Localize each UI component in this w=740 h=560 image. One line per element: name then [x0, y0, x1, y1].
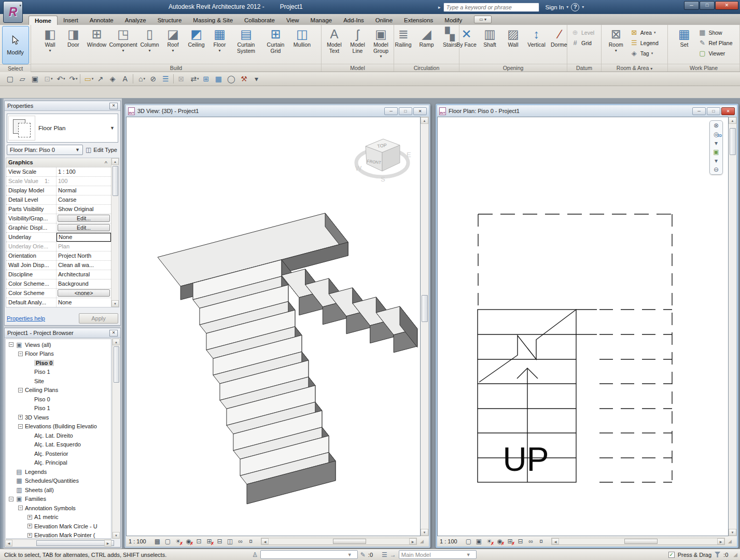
property-row-color-scheme[interactable]: Color Scheme... Background: [6, 279, 111, 289]
scrollbar-thumb[interactable]: [422, 295, 428, 322]
navbar-button-wheel-menu[interactable]: ▾: [710, 139, 722, 147]
filter-icon[interactable]: [715, 552, 720, 557]
ribbon-button-component[interactable]: ◳ Component ▾: [109, 26, 138, 53]
property-row-visibility-grap[interactable]: Visibility/Grap... Edit...: [6, 214, 111, 223]
scroll-left-icon[interactable]: ◀: [5, 540, 12, 547]
ribbon-tab-view[interactable]: View: [281, 16, 305, 25]
property-row-discipline[interactable]: Discipline Architectural: [6, 270, 111, 279]
ribbon-tab-massing-site[interactable]: Massing & Site: [187, 16, 239, 25]
scroll-down-icon[interactable]: ▼: [421, 529, 428, 536]
ribbon-button-roof[interactable]: ◪ Roof ▾: [162, 26, 185, 53]
qat-button-aligned-dimension[interactable]: ↗ ▾: [95, 73, 107, 85]
qat-button-redo[interactable]: ↷ ▾: [67, 73, 79, 85]
qat-button-text[interactable]: A ▾: [120, 73, 132, 85]
ribbon-button-model-text[interactable]: A Model Text ▾: [323, 26, 346, 59]
scroll-up-icon[interactable]: ▲: [729, 117, 736, 124]
horizontal-scrollbar[interactable]: ◀ ▶: [261, 538, 417, 545]
qat-button-switch-windows[interactable]: ⇄ ▾: [189, 73, 201, 85]
qat-button-sep1[interactable]: ▾: [80, 74, 82, 83]
ribbon-button-tag[interactable]: ◈ Tag ▾: [628, 49, 665, 58]
view-control-icon-shadows[interactable]: ▢✗: [164, 538, 172, 545]
minimize-button[interactable]: ─: [692, 107, 706, 115]
ribbon-tab-collaborate[interactable]: Collaborate: [239, 16, 281, 25]
ribbon-button-level[interactable]: ⊕ Level: [569, 28, 596, 37]
view-window-title-bar[interactable]: RVT Floor Plan: Piso 0 - Project1 ─ □ ✕: [437, 105, 737, 117]
ribbon-tab-home[interactable]: Home: [29, 16, 58, 25]
ribbon-button-window[interactable]: ⊞ Window ▾: [86, 26, 108, 53]
qat-button-sep3[interactable]: ▾: [173, 74, 176, 83]
ribbon-tab-structure[interactable]: Structure: [152, 16, 188, 25]
resize-grip[interactable]: ◢: [420, 539, 426, 544]
qat-button-open[interactable]: ▱ ▾: [18, 73, 30, 85]
property-row-graphics[interactable]: Graphics: [6, 158, 111, 167]
tree-expander-icon[interactable]: −: [9, 497, 13, 501]
vertical-scrollbar[interactable]: ▲ ▼: [729, 117, 737, 536]
ribbon-button-mullion[interactable]: ◫ Mullion ▾: [291, 26, 314, 53]
view-window-title-bar[interactable]: RVT 3D View: {3D} - Project1 ─ □ ✕: [126, 105, 429, 117]
qat-button-measure[interactable]: ▭ ▾: [83, 73, 95, 85]
scrollbar-thumb[interactable]: [730, 128, 736, 155]
ribbon-button-column[interactable]: ▯ Column ▾: [138, 26, 161, 53]
ribbon-button-vertical[interactable]: ↕ Vertical ▾: [525, 26, 548, 53]
scrollbar-thumb[interactable]: [113, 166, 118, 196]
tree-expander-icon[interactable]: −: [9, 342, 13, 347]
ribbon-tab-extensions[interactable]: Extensions: [398, 16, 439, 25]
restore-button[interactable]: □: [399, 107, 412, 115]
properties-title-bar[interactable]: Properties ✕: [5, 101, 120, 111]
browser-vertical-scrollbar[interactable]: ▲ ▼: [112, 339, 120, 539]
ribbon-button-model-group[interactable]: ▣ Model Group ▾: [370, 26, 393, 59]
tree-item-legends[interactable]: ▤ Legends: [6, 467, 111, 477]
ribbon-button-set[interactable]: ▦ Set: [673, 26, 695, 48]
ribbon-button-ramp[interactable]: ◢ Ramp ▾: [415, 26, 438, 53]
scroll-up-icon[interactable]: ▲: [421, 117, 428, 124]
qat-button-customize-qat[interactable]: ▾ ▾: [252, 73, 263, 85]
tree-item-elevations-building-elevatio[interactable]: − Elevations (Building Elevatio: [6, 422, 111, 431]
design-options-icon[interactable]: ☰: [382, 551, 387, 558]
restore-button[interactable]: □: [707, 107, 720, 115]
view-control-icon-view-lock[interactable]: ◫✗: [226, 538, 234, 545]
scroll-up-icon[interactable]: ▲: [111, 158, 119, 165]
type-selector[interactable]: Floor Plan ▼: [7, 114, 118, 143]
tree-expander-icon[interactable]: +: [18, 415, 23, 419]
help-icon[interactable]: ?: [571, 3, 579, 11]
editable-only-icon[interactable]: ✎: [360, 551, 366, 558]
view-control-icon-temporary-isolate[interactable]: ¤✗: [537, 538, 545, 545]
qat-button-measure-tools[interactable]: ⚒ ▾: [239, 73, 251, 85]
scroll-right-icon[interactable]: ▶: [717, 538, 724, 544]
tree-item-schedules-quantities[interactable]: ▦ Schedules/Quantities: [6, 477, 111, 486]
properties-scrollbar[interactable]: ▲ ▼: [111, 158, 119, 307]
tree-item-3d-views[interactable]: + 3D Views: [6, 413, 111, 422]
vertical-scrollbar[interactable]: ▲ ▼: [421, 117, 429, 536]
scroll-down-icon[interactable]: ▼: [729, 529, 736, 536]
property-row-view-scale[interactable]: View Scale 1 : 100: [6, 167, 111, 177]
project-browser-title-bar[interactable]: Project1 - Project Browser ✕: [5, 328, 120, 338]
ribbon-button-floor[interactable]: ▦ Floor ▾: [208, 26, 231, 53]
browser-horizontal-scrollbar[interactable]: ◀ ▶: [5, 539, 111, 547]
ribbon-button-room[interactable]: ⊠ Room ▾: [605, 26, 627, 53]
navbar-button-steering-wheel-2d[interactable]: ◎2D: [710, 131, 722, 138]
horizontal-scrollbar[interactable]: ◀ ▶: [551, 538, 725, 545]
view-cube[interactable]: WSETOPFRONT: [354, 133, 412, 184]
qat-button-render[interactable]: ▦ ▾: [214, 73, 226, 85]
ribbon-button-area[interactable]: ⊠ Area ▾: [628, 28, 665, 37]
application-menu-button[interactable]: R ▾: [3, 1, 23, 23]
property-row-orientation[interactable]: Orientation Project North: [6, 251, 111, 261]
qat-button-undo[interactable]: ↶ ▾: [55, 73, 67, 85]
property-row-detail-level[interactable]: Detail Level Coarse: [6, 195, 111, 205]
edit-type-button[interactable]: ◫ Edit Type: [86, 146, 118, 153]
view-control-icon-graphics-style[interactable]: ▢✗: [465, 538, 472, 545]
properties-help-link[interactable]: Properties help: [7, 315, 45, 321]
property-row-color-scheme[interactable]: Color Scheme <none>: [6, 289, 111, 298]
property-row-default-analy[interactable]: Default Analy... None: [6, 298, 111, 307]
maximize-button[interactable]: □: [700, 1, 715, 10]
canvas-3d-view[interactable]: WSETOPFRONT: [126, 117, 421, 536]
tree-expander-icon[interactable]: −: [18, 506, 23, 510]
ribbon-button-wall[interactable]: ▨ Wall ▾: [502, 26, 525, 53]
tree-item-elevation-mark-circle-u[interactable]: + Elevation Mark Circle - U: [6, 522, 111, 531]
qat-button-save[interactable]: ▣ ▾: [30, 73, 42, 85]
view-control-icon-graphics-style[interactable]: ▩✗: [153, 538, 161, 545]
view-control-icon-rendering[interactable]: ◉✗: [496, 538, 504, 545]
scroll-down-icon[interactable]: ▼: [113, 532, 120, 539]
tree-item-annotation-symbols[interactable]: − Annotation Symbols: [6, 503, 111, 513]
workset-select[interactable]: ▼: [260, 550, 358, 559]
